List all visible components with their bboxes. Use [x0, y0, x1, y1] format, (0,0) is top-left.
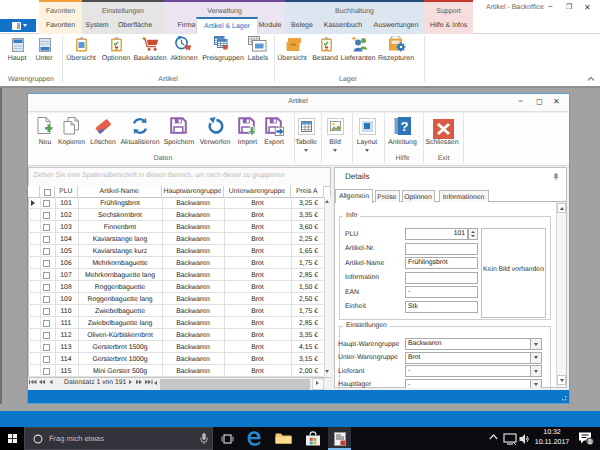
svg-text:1: 1: [588, 439, 592, 446]
